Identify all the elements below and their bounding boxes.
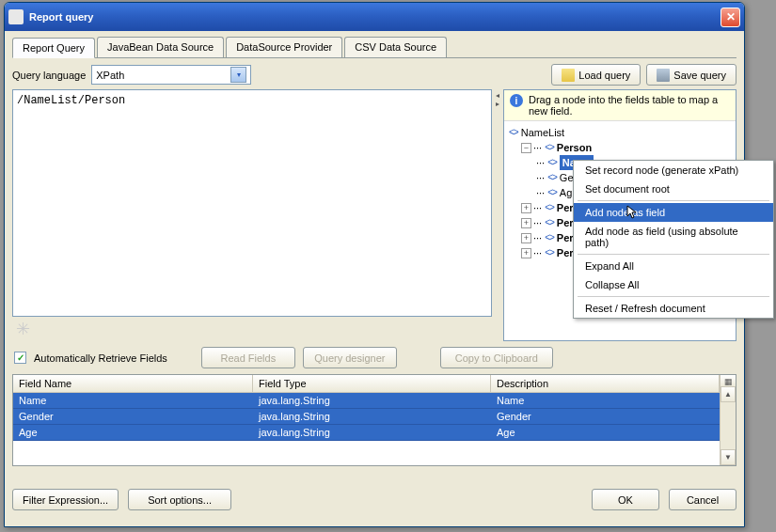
element-icon — [546, 185, 558, 200]
hint-bar: i Drag a node into the fields table to m… — [504, 90, 736, 121]
window-title: Report query — [29, 11, 93, 23]
th-description[interactable]: Description — [491, 375, 720, 392]
tree-node-gender[interactable]: Ge — [560, 170, 574, 185]
expand-toggle[interactable]: + — [521, 203, 531, 213]
spinner-icon: ✳ — [12, 317, 492, 341]
query-designer-button[interactable]: Query designer — [303, 347, 397, 368]
table-row[interactable]: Gender java.lang.String Gender — [13, 409, 720, 425]
sort-options-button[interactable]: Sort options... — [128, 489, 231, 510]
collapse-toggle[interactable]: − — [521, 143, 531, 153]
tabstrip: Report Query JavaBean Data Source DataSo… — [12, 37, 736, 58]
table-row[interactable]: Name java.lang.String Name — [13, 393, 720, 409]
ctx-reset-refresh[interactable]: Reset / Refresh document — [574, 299, 773, 318]
separator — [578, 296, 769, 297]
element-icon — [544, 200, 555, 215]
expand-toggle[interactable]: + — [521, 218, 531, 228]
separator — [578, 200, 769, 201]
ok-button[interactable]: OK — [592, 489, 659, 510]
close-button[interactable]: ✕ — [721, 8, 740, 27]
cancel-button[interactable]: Cancel — [669, 489, 736, 510]
auto-retrieve-checkbox[interactable]: ✓ — [14, 352, 26, 364]
tree-person[interactable]: Person — [557, 140, 592, 155]
element-icon — [544, 215, 555, 230]
folder-open-icon — [562, 69, 575, 82]
query-textarea[interactable] — [12, 89, 492, 317]
context-menu: Set record node (generate xPath) Set doc… — [573, 160, 774, 319]
hint-text: Drag a node into the fields table to map… — [529, 94, 730, 117]
table-row[interactable]: Age java.lang.String Age — [13, 425, 720, 441]
scroll-up-icon[interactable]: ▲ — [721, 386, 736, 402]
app-icon — [8, 9, 24, 24]
load-query-button[interactable]: Load query — [551, 64, 641, 86]
ctx-add-node-absolute[interactable]: Add node as field (using absolute path) — [574, 222, 773, 252]
ctx-collapse-all[interactable]: Collapse All — [574, 275, 773, 294]
scroll-down-icon[interactable]: ▼ — [721, 449, 736, 465]
info-icon: i — [510, 94, 523, 107]
ctx-add-node-as-field[interactable]: Add node as field — [574, 203, 773, 222]
element-icon — [546, 155, 558, 170]
tab-csv[interactable]: CSV Data Source — [344, 37, 447, 57]
filter-expression-button[interactable]: Filter Expression... — [12, 489, 119, 510]
vscrollbar[interactable]: ▲ ▼ — [720, 386, 736, 465]
ctx-set-record-node[interactable]: Set record node (generate xPath) — [574, 161, 773, 180]
th-field-name[interactable]: Field Name — [13, 375, 253, 392]
tab-datasource-provider[interactable]: DataSource Provider — [226, 37, 342, 57]
tab-javabean[interactable]: JavaBean Data Source — [97, 37, 224, 57]
expand-toggle[interactable]: + — [521, 248, 531, 258]
cursor-icon — [626, 205, 641, 220]
query-language-value: XPath — [96, 70, 124, 81]
tree-root[interactable]: NameList — [521, 125, 564, 140]
th-field-type[interactable]: Field Type — [253, 375, 491, 392]
element-icon — [544, 230, 555, 245]
element-icon — [544, 245, 555, 260]
auto-retrieve-label: Automatically Retrieve Fields — [34, 352, 167, 364]
ctx-set-document-root[interactable]: Set document root — [574, 180, 773, 198]
table-corner-button[interactable]: ▦ — [720, 375, 736, 386]
query-language-label: Query language — [12, 70, 86, 81]
chevron-down-icon[interactable] — [230, 67, 246, 83]
element-icon — [544, 140, 555, 155]
separator — [578, 254, 769, 255]
copy-clipboard-button[interactable]: Copy to Clipboard — [440, 347, 553, 368]
ctx-expand-all[interactable]: Expand All — [574, 257, 773, 275]
save-icon — [657, 69, 670, 82]
tab-report-query[interactable]: Report Query — [12, 38, 95, 58]
query-language-combo[interactable]: XPath — [91, 65, 251, 85]
save-query-button[interactable]: Save query — [646, 64, 736, 86]
element-icon — [508, 125, 519, 140]
tree-node-age[interactable]: Ag — [560, 185, 572, 200]
titlebar[interactable]: Report query ✕ — [5, 3, 744, 31]
fields-table: Field Name Field Type Description Name j… — [12, 374, 736, 466]
read-fields-button[interactable]: Read Fields — [201, 347, 295, 368]
element-icon — [546, 170, 558, 185]
expand-toggle[interactable]: + — [521, 233, 531, 243]
splitter-handle[interactable]: ◂▸ — [494, 89, 501, 341]
